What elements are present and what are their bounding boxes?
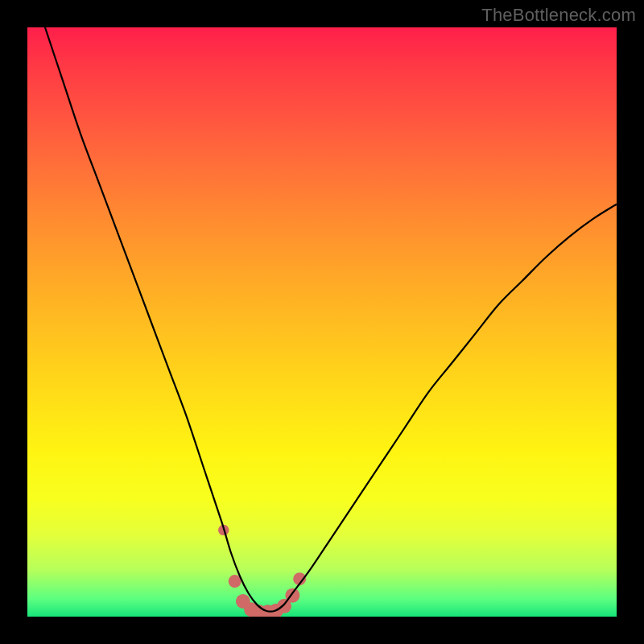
marker-group xyxy=(218,525,306,617)
chart-frame: TheBottleneck.com xyxy=(0,0,644,644)
plot-area xyxy=(27,27,617,617)
chart-svg xyxy=(27,27,617,617)
watermark-text: TheBottleneck.com xyxy=(481,5,636,26)
bottleneck-curve xyxy=(45,27,617,612)
